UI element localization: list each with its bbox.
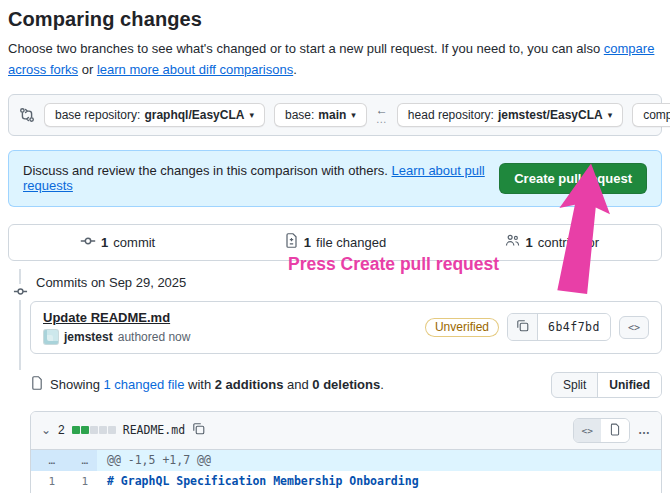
summary-text: . [380,377,384,392]
banner-message: Discuss and review the changes in this c… [23,163,392,178]
avatar[interactable] [43,329,59,345]
summary-text: and [283,377,312,392]
rich-diff-button[interactable] [601,419,629,442]
head-repository-select[interactable]: head repository: jemstest/EasyCLA ▾ [397,103,623,127]
kebab-menu-icon[interactable]: … [638,423,651,437]
diff-line-context: 1 1 # GraphQL Specification Membership O… [31,471,661,492]
caret-down-icon: ▾ [351,110,356,120]
unverified-badge[interactable]: Unverified [425,318,499,337]
base-branch-value: main [318,108,346,122]
commits-timeline: Commits on Sep 29, 2025 Update README.md… [8,275,662,370]
file-icon [609,423,621,438]
files-changed-label: file changed [316,235,386,250]
commit-card-left: Update README.md jemstest authored now [43,310,190,345]
hunk-row: … … @@ -1,5 +1,7 @@ [31,450,661,471]
copy-icon [516,319,529,335]
head-repository-prefix: head repository: [408,108,494,122]
diff-file-header: ⌄ 2 README.md <> … [31,412,661,450]
base-branch-select[interactable]: base: main ▾ [274,103,367,127]
head-repository-value: jemstest/EasyCLA [498,108,603,122]
create-pull-request-button[interactable]: Create pull request [499,163,647,194]
commits-date-heading: Commits on Sep 29, 2025 [36,275,662,290]
copy-commit-sha-button[interactable] [508,314,538,340]
compare-branch-select[interactable]: compare: patch-2 ▾ [632,103,670,127]
source-view-button[interactable]: <> [574,419,601,442]
commits-label: commit [113,235,155,250]
base-repository-value: graphql/EasyCLA [144,108,244,122]
compare-page: Comparing changes Choose two branches to… [0,0,670,493]
deletions-count: 0 deletions [312,377,380,392]
commit-authored-time: authored now [118,330,191,344]
page-description: Choose two branches to see what's change… [8,38,662,81]
files-summary-text: Showing 1 changed file with 2 additions … [30,376,384,393]
commit-card: Update README.md jemstest authored now U… [30,301,662,354]
commit-hash-group: 6b4f7bd [507,313,611,341]
diff-table: … … @@ -1,5 +1,7 @@ 1 1 # GraphQL Specif… [31,450,661,493]
commit-author-link[interactable]: jemstest [64,330,113,344]
code-icon: <> [628,322,640,333]
diff-display-segments: <> [573,418,630,443]
caret-down-icon: ▾ [249,110,254,120]
range-dots-icon: … [376,115,388,124]
commit-sha-link[interactable]: 6b4f7bd [538,314,610,340]
compare-direction-indicator: ← … [376,106,388,124]
new-line-number: 1 [64,471,97,492]
diffstat-squares [72,426,116,434]
branch-selector-bar: base repository: graphql/EasyCLA ▾ base:… [8,94,662,136]
files-summary-row: Showing 1 changed file with 2 additions … [30,372,662,398]
contributors-label: contributor [538,235,599,250]
files-summary-sentence: Showing 1 changed file with 2 additions … [50,377,384,392]
commits-count-link[interactable]: 1 commit [9,233,226,252]
browse-code-button[interactable]: <> [619,316,649,339]
summary-text: with [184,377,214,392]
commit-meta: jemstest authored now [43,329,190,345]
markdown-heading-token: # GraphQL Specification Membership Onboa… [107,474,419,488]
file-diff-icon [284,233,299,251]
summary-text: Showing [50,377,103,392]
description-text: or [78,62,97,77]
diff-comparisons-link[interactable]: learn more about diff comparisons [97,62,293,77]
base-branch-prefix: base: [285,108,314,122]
contributors-count: 1 [525,235,532,250]
description-text: . [293,62,297,77]
description-text: Choose two branches to see what's change… [8,41,604,56]
diff-file-card: ⌄ 2 README.md <> … [30,411,662,493]
contributors-count-link[interactable]: 1 contributor [444,233,661,252]
git-commit-icon [11,284,29,300]
code-icon: <> [582,425,593,436]
split-view-button[interactable]: Split [552,373,597,397]
banner-text: Discuss and review the changes in this c… [23,163,499,193]
hunk-new-gutter[interactable]: … [64,450,97,471]
people-icon [505,233,520,251]
line-content: # GraphQL Specification Membership Onboa… [97,471,661,492]
git-compare-icon [19,107,35,123]
diff-filename-link[interactable]: README.md [123,423,185,437]
diff-view-toggle: Split Unified [551,372,662,398]
hunk-header: @@ -1,5 +1,7 @@ [97,450,661,471]
annotation-label: Press Create pull request [288,254,499,275]
old-line-number: 1 [31,471,64,492]
base-repository-select[interactable]: base repository: graphql/EasyCLA ▾ [44,103,265,127]
page-title: Comparing changes [8,8,662,31]
changed-file-link[interactable]: 1 changed file [103,377,184,392]
files-changed-count: 1 [304,235,311,250]
diff-changes-count: 2 [58,423,65,437]
caret-down-icon: ▾ [608,110,613,120]
file-diff-icon [30,376,44,393]
additions-count: 2 additions [215,377,284,392]
git-commit-icon [80,233,96,252]
commits-count: 1 [101,235,108,250]
copy-path-icon[interactable] [192,422,205,438]
commit-card-right: Unverified 6b4f7bd <> [425,313,649,341]
create-pr-banner: Discuss and review the changes in this c… [8,150,662,207]
collapse-file-chevron[interactable]: ⌄ [41,425,51,435]
hunk-old-gutter[interactable]: … [31,450,64,471]
base-repository-prefix: base repository: [55,108,140,122]
commit-title-link[interactable]: Update README.md [43,310,170,325]
unified-view-button[interactable]: Unified [597,373,661,397]
compare-branch-prefix: compare: [643,108,670,122]
files-changed-link[interactable]: 1 file changed [226,233,443,252]
diff-header-actions: <> … [573,418,651,443]
